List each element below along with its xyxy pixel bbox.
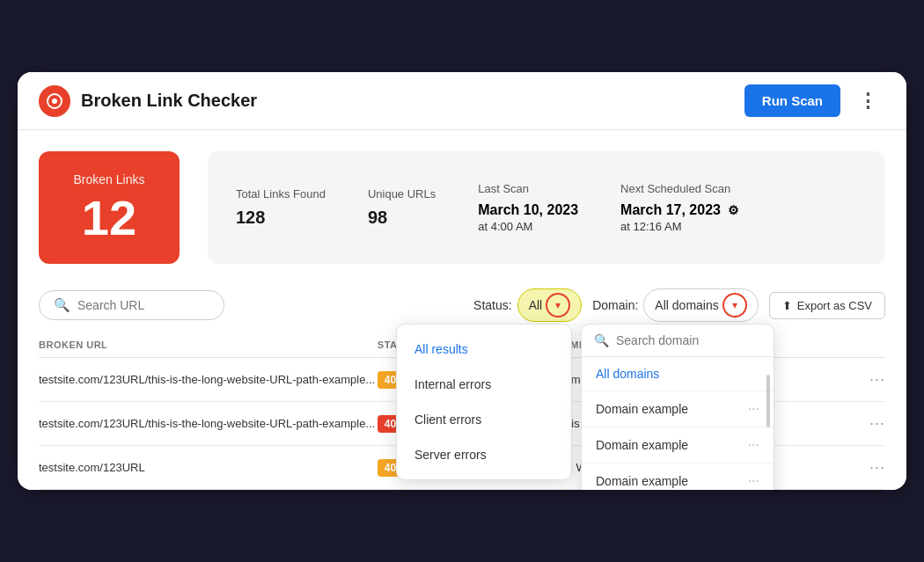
domain-search-icon: 🔍 xyxy=(594,333,609,347)
broken-links-card: Broken Links 12 xyxy=(39,151,180,264)
status-pill[interactable]: All ▾ xyxy=(517,288,583,322)
domain-search-input[interactable] xyxy=(616,333,761,347)
url-cell-1: testsite.com/123URL/this-is-the-long-web… xyxy=(39,373,378,386)
row-menu-button-1[interactable]: ··· xyxy=(869,370,885,389)
next-scan-label: Next Scheduled Scan xyxy=(620,182,739,195)
domain-chevron-icon[interactable]: ▾ xyxy=(722,293,747,317)
gear-icon[interactable]: ⚙ xyxy=(728,203,739,217)
app-logo xyxy=(39,85,70,117)
export-label: Export as CSV xyxy=(797,299,872,312)
domain-item-menu-icon[interactable]: ··· xyxy=(748,437,759,453)
domain-filter: Domain: All domains ▾ xyxy=(592,288,759,322)
domain-dropdown: 🔍 All domains Domain example ··· Domain … xyxy=(581,324,774,490)
url-cell-3: testsite.com/123URL xyxy=(39,461,378,474)
next-scan-stat: Next Scheduled Scan March 17, 2023 ⚙ at … xyxy=(620,182,739,233)
domain-label: Domain: xyxy=(592,298,638,312)
row-menu-button-3[interactable]: ··· xyxy=(869,458,885,477)
status-filter: Status: All ▾ xyxy=(473,288,582,322)
col-broken-url: BROKEN URL xyxy=(39,339,378,350)
domain-option-3[interactable]: Domain example ··· xyxy=(582,463,774,490)
domain-list: All domains Domain example ··· Domain ex… xyxy=(582,357,774,490)
unique-urls-stat: Unique URLs 98 xyxy=(368,187,436,228)
status-option-all[interactable]: All results xyxy=(397,332,571,367)
unique-urls-label: Unique URLs xyxy=(368,187,436,201)
next-scan-date: March 17, 2023 ⚙ xyxy=(620,202,739,218)
status-option-client[interactable]: Client errors xyxy=(397,402,571,437)
domain-item-menu-icon[interactable]: ··· xyxy=(748,401,759,417)
header: Broken Link Checker Run Scan ⋮ xyxy=(18,72,906,130)
export-csv-button[interactable]: ⬆ Export as CSV xyxy=(769,292,885,319)
row-menu-button-2[interactable]: ··· xyxy=(869,414,885,433)
status-chevron-icon[interactable]: ▾ xyxy=(546,293,570,317)
domain-option-1[interactable]: Domain example ··· xyxy=(582,391,774,427)
total-links-stat: Total Links Found 128 xyxy=(236,187,326,228)
scrollbar[interactable] xyxy=(766,375,770,427)
search-url-wrapper[interactable]: 🔍 xyxy=(39,290,224,320)
search-url-input[interactable] xyxy=(77,298,209,312)
status-option-internal[interactable]: Internal errors xyxy=(397,367,571,402)
last-scan-date: March 10, 2023 xyxy=(478,202,578,218)
app-title: Broken Link Checker xyxy=(81,91,744,111)
domain-item-menu-icon[interactable]: ··· xyxy=(748,473,759,489)
last-scan-time: at 4:00 AM xyxy=(478,220,578,233)
status-value: All xyxy=(529,298,543,312)
search-icon: 🔍 xyxy=(54,297,70,313)
status-label: Status: xyxy=(473,298,512,312)
run-scan-button[interactable]: Run Scan xyxy=(744,84,840,117)
status-dropdown: All results Internal errors Client error… xyxy=(396,324,572,480)
domain-option-all[interactable]: All domains xyxy=(582,357,774,391)
app-container: Broken Link Checker Run Scan ⋮ Broken Li… xyxy=(18,72,906,490)
stats-section: Broken Links 12 Total Links Found 128 Un… xyxy=(18,130,906,278)
domain-option-2[interactable]: Domain example ··· xyxy=(582,427,774,463)
broken-links-label: Broken Links xyxy=(74,172,145,186)
more-options-button[interactable]: ⋮ xyxy=(851,86,885,116)
domain-value: All domains xyxy=(655,298,718,312)
total-links-label: Total Links Found xyxy=(236,187,326,201)
status-option-server[interactable]: Server errors xyxy=(397,437,571,472)
domain-pill[interactable]: All domains ▾ xyxy=(643,288,758,322)
unique-urls-value: 98 xyxy=(368,208,436,228)
stats-items: Total Links Found 128 Unique URLs 98 Las… xyxy=(208,151,885,264)
domain-search-wrapper[interactable]: 🔍 xyxy=(582,325,774,357)
url-cell-2: testsite.com/123URL/this-is-the-long-web… xyxy=(39,417,378,430)
export-icon: ⬆ xyxy=(782,299,792,312)
last-scan-stat: Last Scan March 10, 2023 at 4:00 AM xyxy=(478,182,578,233)
next-scan-time: at 12:16 AM xyxy=(620,220,739,233)
last-scan-label: Last Scan xyxy=(478,182,578,195)
svg-point-1 xyxy=(52,99,57,104)
broken-links-count: 12 xyxy=(82,193,136,243)
total-links-value: 128 xyxy=(236,208,326,228)
